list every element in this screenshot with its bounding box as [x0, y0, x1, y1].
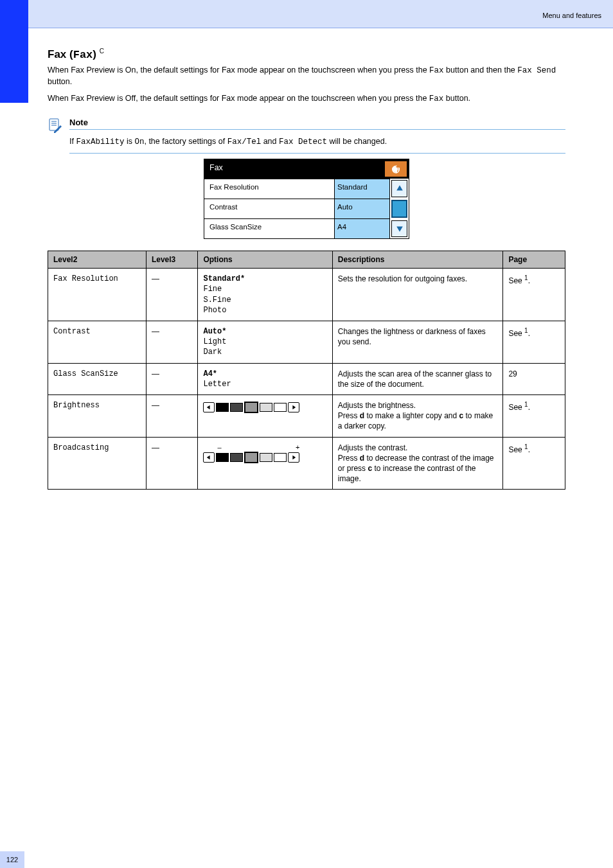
text: , the factory settings of [144, 137, 227, 146]
svg-marker-7 [293, 405, 296, 409]
text: . [528, 276, 530, 285]
code: Fax Detect [279, 137, 327, 146]
chevron-down-icon [396, 225, 404, 233]
text: is [127, 137, 135, 146]
brightness-slider [203, 402, 326, 413]
table-row: Fax Resolution — Standard* Fine S.Fine P… [48, 269, 565, 321]
text: When Fax Preview is Off, the default set… [48, 94, 429, 103]
intro-paragraph-2: When Fax Preview is Off, the default set… [48, 93, 565, 105]
triangle-left-icon [206, 405, 211, 410]
triangle-right-icon [291, 405, 296, 410]
note-block: Note If FaxAbility is On, the factory se… [48, 118, 565, 154]
code: FaxAbility [76, 137, 124, 146]
table-row: Contrast — Auto* Light Dark Changes the … [48, 321, 565, 364]
slider-left-button[interactable] [203, 402, 215, 412]
cell-description: Adjusts the scan area of the scanner gla… [332, 363, 503, 394]
text: button. [48, 77, 72, 86]
cell-level2: Fax Resolution [48, 269, 147, 321]
touchscreen-row[interactable]: Glass ScanSize A4 [204, 218, 389, 238]
key-ref: d [360, 454, 364, 463]
cell-options: Auto* Light Dark [198, 321, 332, 364]
heading-button-name: Fax [73, 49, 93, 61]
text: See [508, 403, 522, 412]
text: See [508, 329, 522, 338]
option: Dark [203, 348, 222, 357]
th-options: Options [198, 251, 332, 269]
cell-description: Adjusts the contrast. Press d to decreas… [332, 437, 503, 490]
side-blue-tab [0, 0, 28, 103]
th-level3: Level3 [146, 251, 198, 269]
text: . [528, 403, 530, 412]
scroll-down-button[interactable] [391, 220, 407, 237]
slider-left-button[interactable] [203, 452, 215, 463]
cell-level3: — [146, 363, 198, 394]
row-value: A4 [334, 219, 389, 238]
label-plus: + [296, 443, 299, 452]
back-arrow-icon [391, 164, 401, 174]
note-body: If FaxAbility is On, the factory setting… [69, 133, 565, 154]
page-header: Menu and features [0, 0, 613, 28]
touchscreen-row[interactable]: Fax Resolution Standard [204, 179, 389, 199]
row-key: Contrast [204, 199, 334, 218]
table-row: Glass ScanSize — A4* Letter Adjusts the … [48, 363, 565, 394]
text: to make a lighter copy and [364, 411, 459, 420]
table-row: Broadcasting — – + [48, 437, 565, 490]
option: Auto* [203, 327, 226, 336]
slider-thumb [244, 452, 258, 463]
option: S.Fine [203, 296, 231, 305]
slider-seg [274, 453, 287, 462]
svg-marker-5 [396, 226, 403, 231]
option: Photo [203, 306, 226, 315]
cell-page: See 1. [503, 269, 565, 321]
cell-options: Standard* Fine S.Fine Photo [198, 269, 332, 321]
text: If [69, 137, 76, 146]
cell-level2: Broadcasting [48, 437, 147, 490]
table-row: Brightness — Adjusts the brightness. [48, 394, 565, 437]
slider-seg [260, 403, 272, 412]
options-table: Level2 Level3 Options Descriptions Page … [48, 251, 565, 490]
slider-seg [230, 403, 243, 412]
triangle-right-icon [291, 455, 296, 460]
scroll-thumb[interactable] [391, 200, 407, 218]
option: A4* [203, 369, 217, 378]
cell-level3: — [146, 394, 198, 437]
th-level2: Level2 [48, 251, 147, 269]
th-page: Page [503, 251, 565, 269]
row-value: Standard [334, 179, 389, 199]
code: Fax/Tel [227, 137, 262, 146]
heading-prefix: Fax ( [48, 48, 73, 60]
text: Press [338, 411, 360, 420]
slider-right-button[interactable] [288, 402, 299, 412]
key-ref: d [360, 411, 364, 420]
row-key: Glass ScanSize [204, 219, 334, 238]
cell-page[interactable]: 29 [503, 363, 565, 394]
slider-seg [230, 453, 243, 462]
back-button[interactable] [384, 161, 407, 177]
cell-description: Sets the resolution for outgoing faxes. [332, 269, 503, 321]
header-section-label: Menu and features [542, 12, 601, 19]
slider-right-button[interactable] [288, 452, 299, 463]
cell-page: See 1. [503, 394, 565, 437]
touchscreen-title: Fax [204, 159, 383, 179]
scroll-up-button[interactable] [391, 180, 407, 197]
cell-options [198, 394, 332, 437]
svg-marker-6 [207, 405, 210, 409]
cell-page: See 1. [503, 321, 565, 364]
touchscreen-row[interactable]: Contrast Auto [204, 199, 389, 218]
button-ref: Fax [429, 66, 444, 75]
page-content: Fax (Fax) C When Fax Preview is On, the … [0, 28, 613, 515]
text: When Fax Preview is On, the default sett… [48, 66, 429, 75]
text: See [508, 276, 522, 285]
intro-paragraph-1: When Fax Preview is On, the default sett… [48, 65, 565, 87]
heading-suffix: ) [93, 48, 96, 60]
section-heading: Fax (Fax) C [48, 48, 565, 61]
note-label: Note [69, 118, 565, 130]
text: and [263, 137, 279, 146]
text: Adjusts the contrast. [338, 443, 408, 452]
option: Fine [203, 285, 222, 294]
touchscreen-mockup: Fax Fax Resolution Standard Contrast Aut… [204, 159, 409, 239]
contrast-slider [203, 452, 326, 463]
text: See [508, 445, 522, 454]
cell-description: Changes the lightness or darkness of fax… [332, 321, 503, 364]
option: Standard* [203, 274, 245, 283]
